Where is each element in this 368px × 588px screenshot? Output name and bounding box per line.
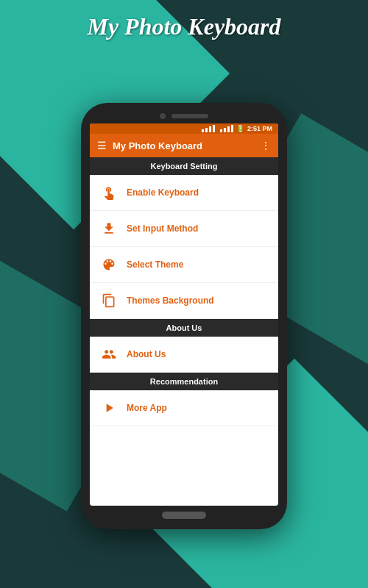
themes-background-label: Themes Background <box>127 295 214 306</box>
signal-bar-5 <box>220 129 222 132</box>
palette-icon <box>99 254 119 275</box>
signal-bars <box>202 125 215 132</box>
page-title: My Photo Keyboard <box>0 13 368 40</box>
signal-bar-8 <box>231 125 233 132</box>
menu-list: Keyboard Setting Enable Keyboard Set Inp… <box>90 157 278 506</box>
more-app-label: More App <box>127 403 167 413</box>
signal-bar-3 <box>209 126 211 132</box>
signal-bar-1 <box>202 129 204 132</box>
section-header-recommendation: Recommendation <box>90 373 278 390</box>
section-header-keyboard: Keyboard Setting <box>90 157 278 175</box>
play-icon <box>99 398 119 418</box>
signal-bar-6 <box>224 128 226 132</box>
status-time: 2:51 PM <box>247 125 272 132</box>
signal-bar-2 <box>205 128 208 132</box>
phone-speaker <box>171 114 208 118</box>
download-icon <box>99 218 119 239</box>
menu-item-select-theme[interactable]: Select Theme <box>90 247 278 283</box>
signal-bar-4 <box>213 125 215 132</box>
menu-item-more-app[interactable]: More App <box>90 390 278 426</box>
about-us-label: About Us <box>127 349 166 359</box>
status-bar: 🔋 2:51 PM <box>90 123 278 134</box>
set-input-method-label: Set Input Method <box>127 223 198 234</box>
more-options-icon[interactable]: ⋮ <box>261 140 271 151</box>
select-theme-label: Select Theme <box>127 259 183 270</box>
phone-top <box>87 113 281 119</box>
signal-bars-2 <box>220 125 233 132</box>
app-bar: ☰ My Photo Keyboard ⋮ <box>90 134 278 157</box>
section-header-about: About Us <box>90 319 278 337</box>
app-bar-title: My Photo Keyboard <box>113 140 255 151</box>
battery-icon: 🔋 <box>236 125 244 132</box>
touch-icon <box>99 182 119 203</box>
signal-bar-7 <box>227 126 230 132</box>
phone-camera <box>160 113 166 119</box>
phone-mockup: 🔋 2:51 PM ☰ My Photo Keyboard ⋮ Keyboard… <box>81 103 287 529</box>
people-icon <box>99 344 119 365</box>
enable-keyboard-label: Enable Keyboard <box>127 187 199 198</box>
screen: 🔋 2:51 PM ☰ My Photo Keyboard ⋮ Keyboard… <box>90 123 278 506</box>
menu-item-set-input-method[interactable]: Set Input Method <box>90 211 278 247</box>
menu-item-themes-background[interactable]: Themes Background <box>90 283 278 319</box>
menu-item-enable-keyboard[interactable]: Enable Keyboard <box>90 175 278 211</box>
menu-item-about-us[interactable]: About Us <box>90 337 278 373</box>
phone-home-button[interactable] <box>162 512 206 519</box>
hamburger-icon[interactable]: ☰ <box>97 140 107 151</box>
copy-icon <box>99 290 119 311</box>
